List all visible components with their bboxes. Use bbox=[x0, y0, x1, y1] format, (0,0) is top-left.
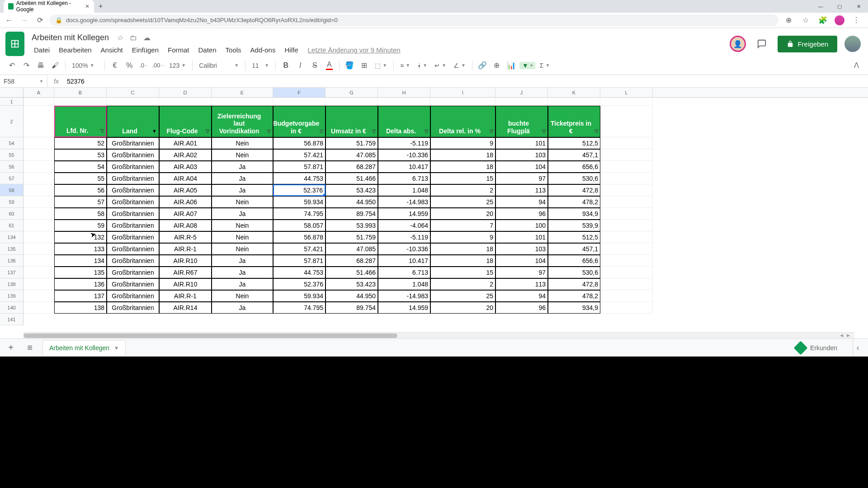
cell[interactable] bbox=[159, 98, 212, 106]
cell[interactable] bbox=[548, 98, 600, 106]
table-cell[interactable]: 51.759 bbox=[326, 137, 378, 149]
italic-button[interactable]: I bbox=[294, 59, 307, 72]
filter-button[interactable]: ▼▾ bbox=[519, 62, 535, 69]
cell[interactable] bbox=[54, 98, 107, 106]
cell[interactable] bbox=[600, 267, 653, 278]
currency-button[interactable]: € bbox=[108, 59, 121, 72]
table-cell[interactable]: 1.048 bbox=[378, 184, 430, 196]
close-window-button[interactable]: ✕ bbox=[849, 0, 868, 13]
table-cell[interactable]: 51.466 bbox=[326, 173, 378, 184]
table-cell[interactable]: 113 bbox=[495, 278, 548, 290]
column-header[interactable]: E bbox=[212, 88, 273, 97]
table-cell[interactable]: AIR.A01 bbox=[159, 137, 212, 149]
wrap-button[interactable]: ↵▼ bbox=[432, 62, 449, 69]
table-cell[interactable]: 58 bbox=[54, 208, 107, 220]
table-cell[interactable]: AIR.A07 bbox=[159, 208, 212, 220]
close-tab-icon[interactable]: ✕ bbox=[85, 3, 90, 9]
table-header-cell[interactable]: Flug-Code▽ bbox=[159, 106, 212, 137]
table-cell[interactable]: 137 bbox=[54, 290, 107, 302]
table-cell[interactable]: Großbritannien bbox=[107, 255, 159, 267]
extensions-icon[interactable]: 🧩 bbox=[817, 15, 828, 26]
table-cell[interactable]: 530,6 bbox=[548, 267, 600, 278]
row-header[interactable]: 137 bbox=[0, 267, 24, 278]
row-header[interactable]: 134 bbox=[0, 231, 24, 243]
table-header-cell[interactable]: Ticketpreis in €▽ bbox=[548, 106, 600, 137]
table-cell[interactable]: 52 bbox=[54, 137, 107, 149]
link-button[interactable]: 🔗 bbox=[476, 59, 489, 72]
back-button[interactable]: ← bbox=[4, 15, 14, 26]
table-cell[interactable]: 51.759 bbox=[326, 231, 378, 243]
table-cell[interactable]: 89.754 bbox=[326, 302, 378, 314]
share-button[interactable]: Freigeben bbox=[778, 36, 837, 52]
table-cell[interactable]: 10.417 bbox=[378, 161, 430, 173]
strike-button[interactable]: S bbox=[308, 59, 321, 72]
cell[interactable] bbox=[212, 98, 273, 106]
table-cell[interactable]: 94 bbox=[495, 290, 548, 302]
table-cell[interactable]: Großbritannien bbox=[107, 278, 159, 290]
cell[interactable] bbox=[326, 98, 378, 106]
zoom-icon[interactable]: ⊕ bbox=[783, 15, 794, 26]
column-header[interactable]: B bbox=[54, 88, 107, 97]
table-cell[interactable]: -14.983 bbox=[378, 196, 430, 208]
filter-icon[interactable]: ▽ bbox=[425, 128, 428, 134]
sheet-tab[interactable]: Arbeiten mit Kollegen▼ bbox=[42, 340, 126, 355]
table-cell[interactable]: 59.934 bbox=[273, 196, 326, 208]
table-cell[interactable]: 18 bbox=[430, 255, 495, 267]
table-cell[interactable]: AIR.A06 bbox=[159, 196, 212, 208]
table-cell[interactable]: 57.871 bbox=[273, 255, 326, 267]
table-cell[interactable]: 53.423 bbox=[326, 184, 378, 196]
spreadsheet-grid[interactable]: ABCDEFGHIJKL 125455565758596061134135136… bbox=[0, 88, 868, 332]
cell[interactable] bbox=[24, 302, 54, 314]
table-cell[interactable]: 2 bbox=[430, 184, 495, 196]
table-cell[interactable]: 44.753 bbox=[273, 173, 326, 184]
table-cell[interactable]: 94 bbox=[495, 196, 548, 208]
table-cell[interactable]: Großbritannien bbox=[107, 220, 159, 231]
cell[interactable] bbox=[24, 98, 54, 106]
table-cell[interactable]: 56.878 bbox=[273, 231, 326, 243]
maximize-button[interactable]: ▢ bbox=[830, 0, 849, 13]
table-cell[interactable]: AIR.A04 bbox=[159, 173, 212, 184]
cell[interactable] bbox=[600, 243, 653, 255]
table-cell[interactable]: 478,2 bbox=[548, 196, 600, 208]
cell[interactable] bbox=[600, 302, 653, 314]
table-cell[interactable]: 55 bbox=[54, 173, 107, 184]
cell[interactable] bbox=[495, 98, 548, 106]
table-cell[interactable]: 56.878 bbox=[273, 137, 326, 149]
table-cell[interactable]: 656,6 bbox=[548, 161, 600, 173]
formula-input[interactable]: 52376 bbox=[65, 78, 868, 85]
table-cell[interactable]: Ja bbox=[212, 173, 273, 184]
table-cell[interactable]: -14.983 bbox=[378, 290, 430, 302]
table-cell[interactable]: 6.713 bbox=[378, 267, 430, 278]
table-cell[interactable]: AIR.R10 bbox=[159, 278, 212, 290]
table-cell[interactable]: Ja bbox=[212, 161, 273, 173]
table-cell[interactable]: Großbritannien bbox=[107, 243, 159, 255]
bookmark-icon[interactable]: ☆ bbox=[800, 15, 811, 26]
table-cell[interactable]: 104 bbox=[495, 161, 548, 173]
table-cell[interactable]: Nein bbox=[212, 196, 273, 208]
table-cell[interactable]: 68.287 bbox=[326, 161, 378, 173]
column-header[interactable]: H bbox=[378, 88, 430, 97]
table-cell[interactable]: 47.085 bbox=[326, 149, 378, 161]
table-cell[interactable]: 472,8 bbox=[548, 278, 600, 290]
cell[interactable] bbox=[600, 106, 653, 137]
cell[interactable] bbox=[24, 137, 54, 149]
table-cell[interactable]: 100 bbox=[495, 220, 548, 231]
table-cell[interactable]: 530,6 bbox=[548, 173, 600, 184]
table-cell[interactable]: Ja bbox=[212, 302, 273, 314]
table-cell[interactable]: 14.959 bbox=[378, 302, 430, 314]
table-cell[interactable]: -10.336 bbox=[378, 149, 430, 161]
all-sheets-button[interactable]: ≡ bbox=[24, 342, 36, 354]
cell[interactable] bbox=[600, 255, 653, 267]
scrollbar-thumb[interactable] bbox=[24, 333, 397, 338]
row-header[interactable]: 59 bbox=[0, 196, 24, 208]
side-panel-toggle[interactable]: ‹ bbox=[853, 339, 863, 357]
table-cell[interactable]: 56 bbox=[54, 184, 107, 196]
cell[interactable] bbox=[378, 98, 430, 106]
table-cell[interactable]: -10.336 bbox=[378, 243, 430, 255]
table-cell[interactable]: 44.950 bbox=[326, 290, 378, 302]
table-cell[interactable]: 57.421 bbox=[273, 243, 326, 255]
table-cell[interactable]: Großbritannien bbox=[107, 184, 159, 196]
add-sheet-button[interactable]: + bbox=[5, 342, 17, 354]
table-cell[interactable]: Großbritannien bbox=[107, 173, 159, 184]
table-cell[interactable]: 20 bbox=[430, 208, 495, 220]
